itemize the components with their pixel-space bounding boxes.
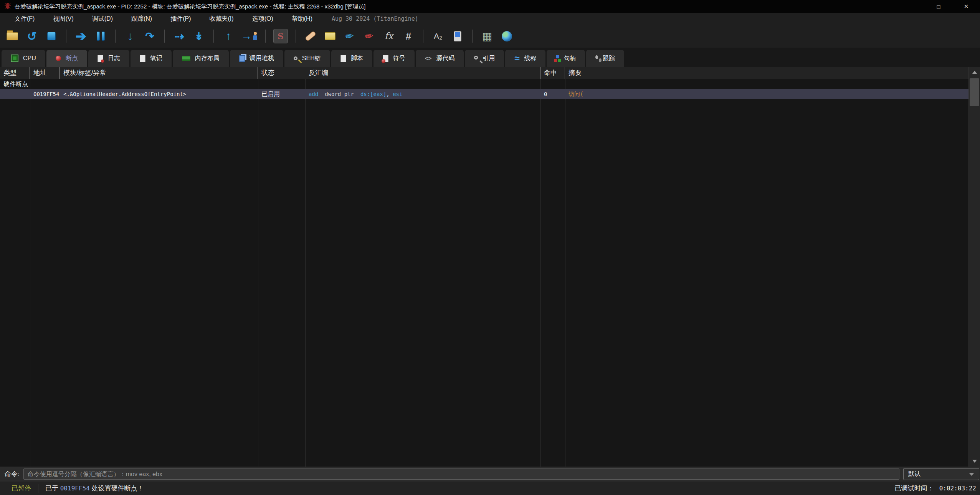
scroll-down-button[interactable] [969,456,980,467]
tab-breakpoints[interactable]: 断点 [46,50,87,67]
trace-into-button[interactable]: ↡ [192,28,206,44]
functions-button[interactable]: fx [382,28,396,44]
debug-state-badge: 已暂停 [12,484,31,493]
column-header-type[interactable]: 类型 [0,67,30,79]
hash-button[interactable]: # [402,28,415,44]
open-file-button[interactable] [5,28,19,44]
debuggee-logo-button[interactable]: S [273,29,288,43]
font-settings-button[interactable]: A₂ [431,28,445,44]
trace-into-icon: ↡ [194,30,203,43]
command-input[interactable] [23,469,899,480]
globe-icon [502,31,512,41]
tab-memory-map[interactable]: 内存布局 [173,50,229,67]
menu-help[interactable]: 帮助(H) [283,13,322,25]
menu-view[interactable]: 视图(V) [44,13,83,25]
patches-button[interactable] [304,28,317,44]
step-over-icon: ↷ [145,30,154,43]
column-header-module[interactable]: 模块/标签/异常 [60,67,258,79]
breakpoint-row-selected[interactable]: 0019FF54 <.&OptionalHeader.AddressOfEntr… [0,89,980,99]
tab-log[interactable]: 日志 [88,50,129,67]
tab-references[interactable]: 引用 [465,50,504,67]
window-controls: ─ □ ✕ [897,0,980,13]
chevron-down-icon [969,473,974,476]
log-document-icon [98,55,103,62]
profile-dropdown[interactable]: 默认 [903,468,979,480]
scroll-up-button[interactable] [969,67,980,78]
up-arrow-icon [972,71,977,74]
tab-handles[interactable]: 句柄 [547,50,585,67]
hash-icon: # [406,30,411,42]
bookmarks-button[interactable]: ✏ [362,28,376,44]
status-divider [38,484,38,493]
vertical-scrollbar[interactable] [968,67,980,467]
hardware-breakpoints-group-row[interactable]: 硬件断点 [0,79,980,89]
restart-icon: ↺ [27,30,36,43]
comments-button[interactable] [323,28,337,44]
debug-time: 已调试时间： 0:02:03:22 [895,484,976,493]
menu-debug[interactable]: 调试(D) [83,13,122,25]
status-message-prefix: 已于 [45,484,60,493]
run-button[interactable]: ➔ [74,28,88,44]
breakpoint-module-label: <.&OptionalHeader.AddressOfEntryPoint> [60,89,258,99]
menu-plugins[interactable]: 插件(P) [161,13,200,25]
status-address-link[interactable]: 0019FF54 [60,485,90,492]
bandaid-icon [305,31,317,41]
labels-button[interactable]: ✏ [343,28,357,44]
menu-options[interactable]: 选项(O) [243,13,283,25]
x32dbg-bug-icon [4,2,12,11]
minimize-button[interactable]: ─ [897,0,925,13]
scrollbar-thumb[interactable] [970,78,979,106]
breakpoints-table: 类型 地址 模块/标签/异常 状态 反汇编 命中 摘要 硬件断点 0019FF5… [0,67,980,467]
execute-till-return-button[interactable]: ↑ [221,28,235,44]
toolbar-separator [296,30,296,43]
tab-trace[interactable]: 跟踪 [586,50,624,67]
preferences-button[interactable] [451,28,464,44]
close-debuggee-button[interactable] [45,28,58,44]
status-bar: 已暂停 已于 0019FF54 处设置硬件断点！ 已调试时间： 0:02:03:… [0,482,980,495]
column-header-hits[interactable]: 命中 [540,67,565,79]
blue-pencil-icon: ✏ [345,30,355,43]
aspack-logo-icon: S [278,31,284,41]
memory-chip-icon [182,56,190,61]
toolbar: ↺ ➔ ↓ ↷ ⇢ ↡ ↑ → S ✏ ✏ fx # A₂ ▦ [0,25,980,48]
tab-notes[interactable]: 笔记 [131,50,172,67]
tab-symbols[interactable]: 符号 [373,50,415,67]
run-to-user-code-button[interactable]: → [241,28,258,44]
run-icon: ➔ [76,28,87,44]
step-into-button[interactable]: ↓ [123,28,137,44]
animate-into-icon: ⇢ [174,30,184,43]
stack-icon [239,55,245,62]
open-folder-icon [7,32,18,40]
column-header-summary[interactable]: 摘要 [565,67,980,79]
menu-trace[interactable]: 跟踪(N) [122,13,161,25]
toolbar-separator [66,30,66,43]
command-label: 命令: [5,470,20,478]
animate-into-button[interactable]: ⇢ [172,28,186,44]
column-header-address[interactable]: 地址 [30,67,60,79]
step-over-button[interactable]: ↷ [143,28,157,44]
menu-bar: 文件(F) 视图(V) 调试(D) 跟踪(N) 插件(P) 收藏夹(I) 选项(… [0,13,980,25]
column-grid-lines [0,67,980,467]
magnifier-icon [474,56,478,60]
calculator-button[interactable]: ▦ [480,28,494,44]
toolbar-separator [423,30,423,43]
table-header-row: 类型 地址 模块/标签/异常 状态 反汇编 命中 摘要 [0,67,980,79]
debug-time-label: 已调试时间： [895,484,934,493]
column-header-disassembly[interactable]: 反汇编 [305,67,540,79]
close-button[interactable]: ✕ [952,0,980,13]
pause-button[interactable] [94,28,107,44]
maximize-button[interactable]: □ [925,0,952,13]
tab-script[interactable]: 脚本 [331,50,372,67]
tab-call-stack[interactable]: 调用堆栈 [230,50,283,67]
title-bar: 吾爱破解论坛学习脱壳实例_aspack.exe - PID: 2252 - 模块… [0,0,980,13]
key-icon [294,56,297,60]
menu-file[interactable]: 文件(F) [5,13,44,25]
tab-seh-chain[interactable]: SEH链 [284,50,330,67]
menu-favourites[interactable]: 收藏夹(I) [200,13,243,25]
tab-cpu[interactable]: CPU [2,50,45,67]
restart-button[interactable]: ↺ [25,28,39,44]
website-button[interactable] [500,28,514,44]
column-header-state[interactable]: 状态 [258,67,305,79]
tab-source[interactable]: 源代码 [416,50,464,67]
tab-threads[interactable]: 线程 [505,50,545,67]
